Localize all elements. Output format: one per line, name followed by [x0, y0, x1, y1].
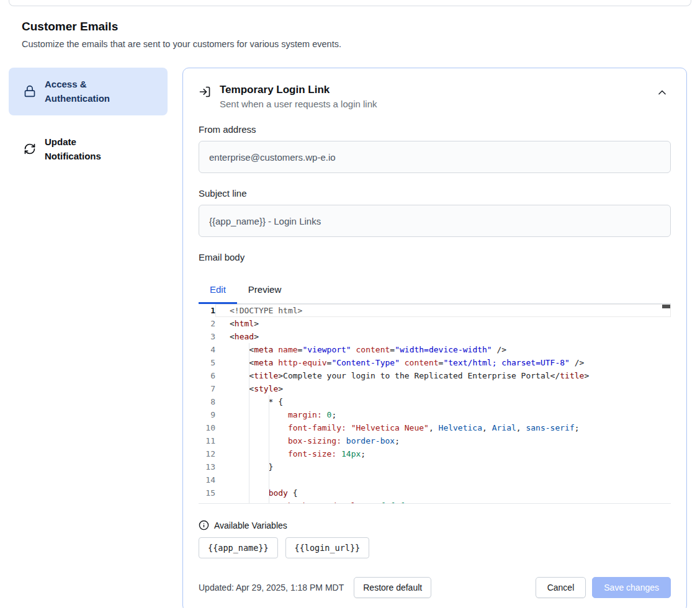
code-text: font-family: "Helvetica Neue", Helvetica…: [215, 421, 671, 434]
code-text: <meta name="viewport" content="width=dev…: [215, 343, 671, 356]
log-in-icon: [199, 86, 211, 98]
panel-footer: Updated: Apr 29, 2025, 1:18 PM MDT Resto…: [199, 577, 671, 598]
code-line: 2<html>: [199, 317, 671, 330]
code-text: box-sizing: border-box;: [215, 434, 671, 447]
indent-guide: [249, 343, 249, 503]
line-number: 16: [199, 499, 215, 504]
code-text: <meta http-equiv="Content-Type" content=…: [215, 356, 671, 369]
code-text: font-size: 14px;: [215, 447, 671, 460]
variable-chip-login-url[interactable]: {{login_url}}: [285, 537, 370, 558]
line-number: 2: [199, 317, 215, 330]
code-text: * {: [215, 395, 671, 408]
line-number: 6: [199, 369, 215, 382]
from-address-label: From address: [199, 124, 671, 135]
code-line: 10 font-family: "Helvetica Neue", Helvet…: [199, 421, 671, 434]
available-variables-label: Available Variables: [214, 521, 287, 530]
code-line: 4 <meta name="viewport" content="width=d…: [199, 343, 671, 356]
line-number: 9: [199, 408, 215, 421]
code-text: [215, 473, 671, 486]
line-number: 4: [199, 343, 215, 356]
line-number: 12: [199, 447, 215, 460]
save-changes-button[interactable]: Save changes: [592, 577, 671, 598]
page-title: Customer Emails: [22, 20, 700, 34]
code-line: 14: [199, 473, 671, 486]
panel-title: Temporary Login Link: [220, 84, 377, 96]
code-text: body {: [215, 486, 671, 499]
line-number: 15: [199, 486, 215, 499]
panel-subtitle: Sent when a user requests a login link: [220, 99, 377, 109]
chevron-up-icon: [656, 86, 668, 99]
code-text: background-color: #f6f6f6;: [215, 499, 671, 504]
lock-icon: [24, 85, 36, 97]
indent-guide: [269, 395, 269, 503]
code-text: <head>: [215, 330, 671, 343]
sidebar-item-label: Access & Authentication: [45, 77, 125, 106]
panel-header: Temporary Login Link Sent when a user re…: [199, 84, 671, 109]
sidebar-item-label: Update Notifications: [45, 135, 125, 164]
collapse-button[interactable]: [653, 84, 671, 101]
line-number: 11: [199, 434, 215, 447]
code-line: 3<head>: [199, 330, 671, 343]
line-number: 3: [199, 330, 215, 343]
email-template-panel: Temporary Login Link Sent when a user re…: [182, 68, 687, 608]
code-line: 9 margin: 0;: [199, 408, 671, 421]
code-text: <title>Complete your login to the Replic…: [215, 369, 671, 382]
available-variables-header: Available Variables: [199, 520, 671, 530]
email-body-label: Email body: [199, 252, 671, 262]
variable-chip-app-name[interactable]: {{app_name}}: [199, 537, 278, 558]
sidebar-item-update-notifications[interactable]: Update Notifications: [9, 125, 168, 173]
updated-timestamp: Updated: Apr 29, 2025, 1:18 PM MDT: [199, 583, 344, 592]
line-number: 5: [199, 356, 215, 369]
code-line: 5 <meta http-equiv="Content-Type" conten…: [199, 356, 671, 369]
editor-scrollbar[interactable]: [662, 305, 670, 308]
variable-chips: {{app_name}} {{login_url}}: [199, 537, 671, 558]
editor-tabs: Edit Preview: [199, 277, 671, 304]
code-text: <style>: [215, 382, 671, 395]
code-line: 13 }: [199, 460, 671, 473]
page-subtitle: Customize the emails that are sent to yo…: [22, 39, 700, 49]
main-layout: Access & Authentication Update Notificat…: [9, 68, 687, 608]
previous-card-edge: [9, 0, 691, 6]
line-number: 13: [199, 460, 215, 473]
line-number: 8: [199, 395, 215, 408]
panel-header-text: Temporary Login Link Sent when a user re…: [220, 84, 377, 109]
line-number: 1: [199, 304, 215, 317]
code-text: margin: 0;: [215, 408, 671, 421]
info-icon: [199, 520, 209, 530]
line-number: 14: [199, 473, 215, 486]
refresh-icon: [24, 143, 36, 155]
sidebar-item-access-authentication[interactable]: Access & Authentication: [9, 68, 168, 115]
code-line: 7 <style>: [199, 382, 671, 395]
code-line: 6 <title>Complete your login to the Repl…: [199, 369, 671, 382]
from-address-input[interactable]: [199, 141, 671, 173]
code-line: 8 * {: [199, 395, 671, 408]
code-text: }: [215, 460, 671, 473]
line-number: 7: [199, 382, 215, 395]
code-text: <html>: [215, 317, 671, 330]
code-line: 11 box-sizing: border-box;: [199, 434, 671, 447]
code-lines: 1<!DOCTYPE html>2<html>3<head>4 <meta na…: [199, 304, 671, 504]
restore-default-button[interactable]: Restore default: [354, 577, 431, 598]
subject-line-input[interactable]: [199, 205, 671, 237]
code-editor[interactable]: 1<!DOCTYPE html>2<html>3<head>4 <meta na…: [199, 304, 671, 504]
email-types-sidebar: Access & Authentication Update Notificat…: [9, 68, 168, 172]
code-line: 16 background-color: #f6f6f6;: [199, 499, 671, 504]
code-text: <!DOCTYPE html>: [215, 304, 671, 317]
cancel-button[interactable]: Cancel: [536, 577, 586, 598]
tab-preview[interactable]: Preview: [237, 277, 292, 304]
line-number: 10: [199, 421, 215, 434]
code-line: 1<!DOCTYPE html>: [199, 304, 671, 317]
subject-line-label: Subject line: [199, 188, 671, 199]
code-line: 12 font-size: 14px;: [199, 447, 671, 460]
tab-edit[interactable]: Edit: [199, 277, 237, 304]
code-line: 15 body {: [199, 486, 671, 499]
